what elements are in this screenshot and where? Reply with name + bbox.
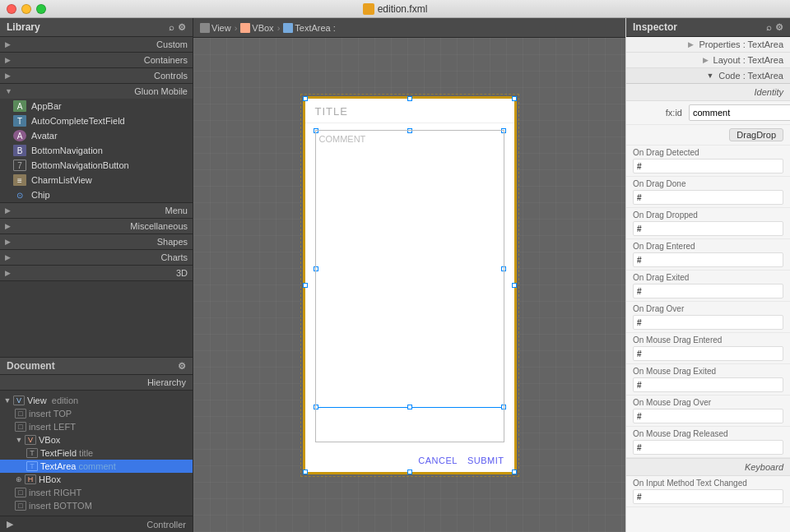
tab-properties-label: Properties : TextArea [699,39,783,49]
section-charts-label: Charts [14,252,188,262]
library-section-gluon: ▼ Gluon Mobile A AppBar T AutoCompleteTe… [0,84,193,203]
event-drag-detected-input[interactable] [633,159,783,173]
hier-item-hbox[interactable]: ⊕ H HBox [0,473,193,486]
inspector-title: Inspector [633,21,677,33]
fxid-input[interactable] [689,104,790,121]
keyboard-divider: Keyboard [626,458,790,476]
section-containers-label: Containers [14,55,188,65]
hier-insertbottom-label: insert BOTTOM [29,501,92,511]
hbox-type-icon: H [25,474,36,484]
library-search-icon[interactable]: ⌕ [169,22,174,33]
document-header: Document ⚙ [0,358,193,375]
hier-item-insert-top[interactable]: □ insert TOP [0,407,193,420]
fxid-label: fx:id [633,108,682,118]
library-item-appbar[interactable]: A AppBar [0,99,193,113]
section-3d-label: 3D [14,268,188,278]
hier-item-textarea[interactable]: T TextArea comment [0,460,193,473]
event-input-method-input[interactable] [633,489,783,504]
library-section-misc-header[interactable]: ▶ Miscellaneous [0,219,193,234]
tab-properties[interactable]: ▶ Properties : TextArea [626,37,790,53]
tab-layout[interactable]: ▶ Layout : TextArea [626,53,790,68]
library-item-autocomplete[interactable]: T AutoCompleteTextField [0,113,193,128]
library-section-containers: ▶ Containers [0,53,193,68]
breadcrumb-view[interactable]: View [200,23,231,33]
library-gear-icon[interactable]: ⚙ [178,22,186,33]
vbox-type-icon: V [25,435,36,445]
library-item-avatar[interactable]: A Avatar [0,128,193,143]
event-mouse-drag-released: On Mouse Drag Released [626,427,790,458]
event-mouse-drag-exited: On Mouse Drag Exited [626,364,790,396]
event-mouse-drag-entered-input[interactable] [633,346,783,361]
library-section-shapes-header[interactable]: ▶ Shapes [0,234,193,249]
library-section-charts-header[interactable]: ▶ Charts [0,250,193,265]
breadcrumb-textarea[interactable]: TextArea : [283,23,336,33]
insertleft-type-icon: □ [15,422,26,432]
maximize-button[interactable] [36,4,46,14]
library-section-controls-header[interactable]: ▶ Controls [0,68,193,83]
event-drag-over-input[interactable] [633,315,783,330]
section-controls-label: Controls [14,71,188,81]
breadcrumb-vbox[interactable]: VBox [240,23,273,33]
library-actions[interactable]: ⌕ ⚙ [169,22,186,33]
hier-textarea-label: TextArea [40,461,76,471]
hier-item-textfield[interactable]: T TextField title [0,446,193,460]
library-section-3d-header[interactable]: ▶ 3D [0,266,193,280]
appbar-icon: A [13,100,26,112]
handle-tr [512,96,517,101]
minimize-button[interactable] [21,4,31,14]
handle-tl [303,96,308,101]
library-item-bottomnavbtn[interactable]: 7 BottomNavigationButton [0,158,193,173]
dragdrop-button[interactable]: DragDrop [729,128,783,141]
document-title: Document [7,360,55,372]
appbar-label: AppBar [31,101,62,111]
fxid-field: fx:id [626,101,790,125]
charmlist-icon: ≡ [13,174,26,186]
hier-item-insert-bottom[interactable]: □ insert BOTTOM [0,499,193,512]
event-mouse-drag-entered: On Mouse Drag Entered [626,333,790,364]
hier-item-view[interactable]: ▼ V View edition [0,394,193,407]
phone-textarea-box[interactable]: COMMENT [315,130,504,442]
library-section-menu-header[interactable]: ▶ Menu [0,203,193,218]
library-item-charmlist[interactable]: ≡ CharmListView [0,173,193,187]
event-drag-entered-input[interactable] [633,252,783,267]
event-drag-exited-input[interactable] [633,284,783,298]
event-drag-detected-label: On Drag Detected [633,148,783,157]
fxml-icon [363,3,374,15]
inspector-gear-icon[interactable]: ⚙ [775,22,783,33]
event-mouse-drag-over-input[interactable] [633,409,783,423]
cancel-button[interactable]: CANCEL [418,456,458,465]
library-item-chip[interactable]: ⊙ Chip [0,187,193,202]
event-mouse-drag-released-input[interactable] [633,440,783,455]
library-section-gluon-header[interactable]: ▼ Gluon Mobile [0,84,193,99]
expand-hbox[interactable]: ⊕ [15,475,23,483]
center-panel: View › VBox › TextArea : [193,18,625,532]
phone-title-placeholder: TITLE [315,105,504,118]
event-drag-dropped-input[interactable] [633,221,783,236]
collapse-arrow-containers: ▶ [5,56,11,64]
tab-code[interactable]: ▼ Code : TextArea [626,68,790,83]
event-mouse-drag-exited-input[interactable] [633,377,783,392]
document-gear-icon[interactable]: ⚙ [178,361,186,372]
vbox-breadcrumb-icon [240,23,250,33]
inspector-search-icon[interactable]: ⌕ [766,22,772,33]
expand-view[interactable]: ▼ [3,396,12,405]
phone-textarea-area: COMMENT [305,123,514,449]
library-section-containers-header[interactable]: ▶ Containers [0,53,193,67]
window-controls[interactable] [7,4,46,14]
close-button[interactable] [7,4,16,14]
hier-item-vbox[interactable]: ▼ V VBox [0,433,193,446]
event-drag-done-input[interactable] [633,190,783,205]
dragdrop-container: DragDrop [626,125,790,146]
expand-vbox[interactable]: ▼ [15,436,23,444]
hier-item-insert-right[interactable]: □ insert RIGHT [0,486,193,499]
event-mouse-drag-released-label: On Mouse Drag Released [633,429,783,438]
library-section-custom-header[interactable]: ▶ Custom [0,37,193,52]
event-input-method-label: On Input Method Text Changed [633,479,783,488]
submit-button[interactable]: SUBMIT [467,456,504,465]
view-type-icon: V [13,396,25,405]
inspector-body: Identity fx:id DragDrop On Drag Detected… [626,84,790,532]
breadcrumb-bar: View › VBox › TextArea : [193,18,625,38]
hier-hbox-label: HBox [39,474,61,484]
library-item-bottomnav[interactable]: B BottomNavigation [0,143,193,158]
hier-item-insert-left[interactable]: □ insert LEFT [0,420,193,433]
